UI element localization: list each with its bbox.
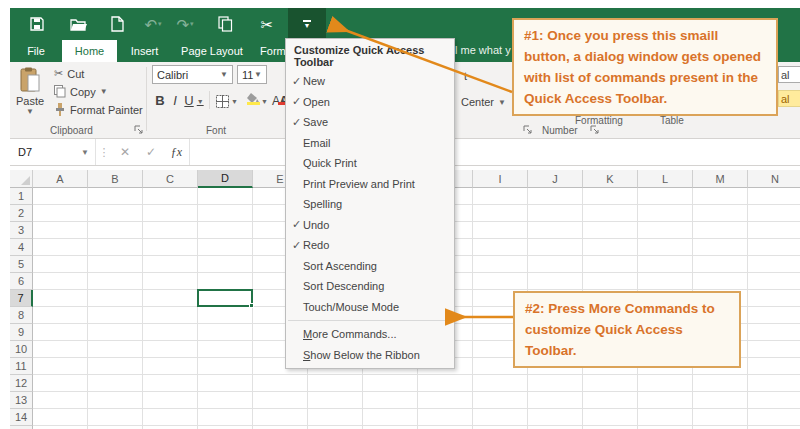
- tab-page-layout[interactable]: Page Layout: [172, 40, 252, 62]
- name-box-dropdown-icon[interactable]: ▼: [81, 148, 89, 157]
- cell-A7[interactable]: [33, 290, 88, 307]
- cell-B3[interactable]: [88, 222, 143, 239]
- borders-button[interactable]: ▼: [214, 89, 240, 110]
- alignment-dialog-launcher-icon[interactable]: [523, 125, 533, 135]
- font-name-dropdown-icon[interactable]: ▼: [220, 70, 228, 79]
- column-header-J[interactable]: J: [528, 170, 583, 188]
- cell-J4[interactable]: [528, 239, 583, 256]
- cell-A10[interactable]: [33, 341, 88, 358]
- cell-C7[interactable]: [143, 290, 198, 307]
- cell-C14[interactable]: [143, 409, 198, 426]
- cell-K13[interactable]: [583, 392, 638, 409]
- cell-style-normal-fragment[interactable]: al: [778, 66, 800, 83]
- row-header-6[interactable]: 6: [10, 273, 33, 290]
- font-size-combobox[interactable]: 11 ▼: [237, 65, 267, 84]
- italic-button[interactable]: I: [168, 89, 182, 110]
- column-header-K[interactable]: K: [583, 170, 638, 188]
- cell-I1[interactable]: [473, 188, 528, 205]
- cell-A13[interactable]: [33, 392, 88, 409]
- cell-C12[interactable]: [143, 375, 198, 392]
- cell-G12[interactable]: [363, 375, 418, 392]
- cell-N11[interactable]: [748, 358, 800, 375]
- row-header-7[interactable]: 7: [10, 290, 33, 307]
- enter-button[interactable]: ✓: [138, 139, 164, 165]
- cell-M5[interactable]: [693, 256, 748, 273]
- cell-C13[interactable]: [143, 392, 198, 409]
- font-size-dropdown-icon[interactable]: ▼: [254, 70, 262, 79]
- cell-D9[interactable]: [198, 324, 253, 341]
- row-header-14[interactable]: 14: [10, 409, 33, 426]
- menu-item-undo[interactable]: ✓Undo: [286, 215, 454, 236]
- cell-D8[interactable]: [198, 307, 253, 324]
- cut-button[interactable]: ✂ Cut: [54, 67, 84, 80]
- row-header-13[interactable]: 13: [10, 392, 33, 409]
- cell-L6[interactable]: [638, 273, 693, 290]
- menu-item-new[interactable]: ✓New: [286, 71, 454, 92]
- cell-C9[interactable]: [143, 324, 198, 341]
- merge-center-fragment[interactable]: Center ▼: [461, 96, 506, 108]
- cell-J6[interactable]: [528, 273, 583, 290]
- cell-N8[interactable]: [748, 307, 800, 324]
- cell-A2[interactable]: [33, 205, 88, 222]
- cell-B9[interactable]: [88, 324, 143, 341]
- insert-function-button[interactable]: ƒx: [164, 139, 190, 165]
- cell-B1[interactable]: [88, 188, 143, 205]
- column-header-N[interactable]: N: [748, 170, 800, 188]
- cell-C1[interactable]: [143, 188, 198, 205]
- formula-input[interactable]: [190, 139, 800, 165]
- font-name-combobox[interactable]: Calibri ▼: [152, 65, 233, 84]
- cell-A12[interactable]: [33, 375, 88, 392]
- cell-J14[interactable]: [528, 409, 583, 426]
- cell-K12[interactable]: [583, 375, 638, 392]
- cell-B14[interactable]: [88, 409, 143, 426]
- cell-K1[interactable]: [583, 188, 638, 205]
- cell-I6[interactable]: [473, 273, 528, 290]
- cell-M14[interactable]: [693, 409, 748, 426]
- cell-D2[interactable]: [198, 205, 253, 222]
- cell-J12[interactable]: [528, 375, 583, 392]
- cell-H12[interactable]: [418, 375, 473, 392]
- cell-N9[interactable]: [748, 324, 800, 341]
- row-header-1[interactable]: 1: [10, 188, 33, 205]
- bold-button[interactable]: B: [152, 89, 168, 110]
- cell-L13[interactable]: [638, 392, 693, 409]
- cell-C5[interactable]: [143, 256, 198, 273]
- row-header-5[interactable]: 5: [10, 256, 33, 273]
- cell-F12[interactable]: [308, 375, 363, 392]
- cell-B6[interactable]: [88, 273, 143, 290]
- paste-dropdown-icon[interactable]: ▼: [26, 107, 34, 116]
- column-header-A[interactable]: A: [33, 170, 88, 188]
- column-header-D[interactable]: D: [198, 170, 253, 188]
- cell-A6[interactable]: [33, 273, 88, 290]
- tab-insert[interactable]: Insert: [117, 40, 172, 62]
- cell-F13[interactable]: [308, 392, 363, 409]
- cancel-button[interactable]: ✕: [112, 139, 138, 165]
- menu-item-sort-descending[interactable]: Sort Descending: [286, 276, 454, 297]
- select-all-corner[interactable]: [10, 170, 33, 188]
- cell-D4[interactable]: [198, 239, 253, 256]
- clipboard-dialog-launcher-icon[interactable]: [134, 125, 144, 135]
- cell-D6[interactable]: [198, 273, 253, 290]
- cell-style-neutral-fragment[interactable]: al: [778, 90, 800, 107]
- cell-B11[interactable]: [88, 358, 143, 375]
- cell-B10[interactable]: [88, 341, 143, 358]
- cell-N10[interactable]: [748, 341, 800, 358]
- open-icon[interactable]: [64, 8, 94, 40]
- cell-A9[interactable]: [33, 324, 88, 341]
- column-header-L[interactable]: L: [638, 170, 693, 188]
- cell-K4[interactable]: [583, 239, 638, 256]
- cell-N12[interactable]: [748, 375, 800, 392]
- cell-L1[interactable]: [638, 188, 693, 205]
- cell-C4[interactable]: [143, 239, 198, 256]
- cell-K6[interactable]: [583, 273, 638, 290]
- cell-D10[interactable]: [198, 341, 253, 358]
- cell-M6[interactable]: [693, 273, 748, 290]
- cell-D14[interactable]: [198, 409, 253, 426]
- cell-L12[interactable]: [638, 375, 693, 392]
- menu-item-open[interactable]: ✓Open: [286, 92, 454, 113]
- cell-M13[interactable]: [693, 392, 748, 409]
- cell-N6[interactable]: [748, 273, 800, 290]
- save-icon[interactable]: [22, 8, 52, 40]
- cell-B12[interactable]: [88, 375, 143, 392]
- cell-A4[interactable]: [33, 239, 88, 256]
